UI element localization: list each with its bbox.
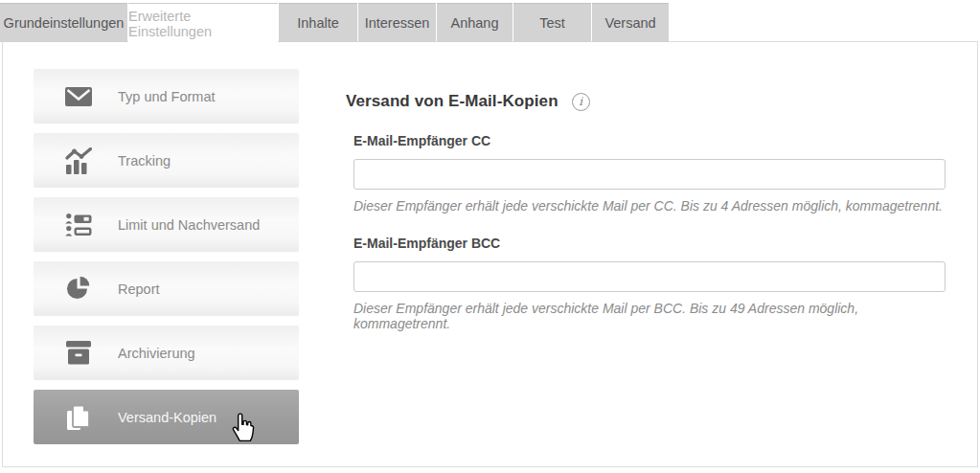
cc-field-label: E-Mail-Empfänger CC [353, 133, 959, 148]
bcc-field-label: E-Mail-Empfänger BCC [353, 236, 959, 251]
settings-panel: Typ und Format Tracking [2, 41, 978, 467]
users-limit-icon [64, 211, 93, 239]
copy-pages-icon [64, 403, 93, 432]
tracking-chart-icon [64, 146, 93, 175]
sidebar-item-report[interactable]: Report [34, 261, 299, 316]
settings-sidebar: Typ und Format Tracking [34, 69, 299, 454]
tab-inhalte[interactable]: Inhalte [279, 3, 357, 42]
cc-help-text: Dieser Empfänger erhält jede verschickte… [353, 198, 959, 214]
sidebar-item-label: Versand-Kopien [118, 410, 217, 425]
bcc-help-text: Dieser Empfänger erhält jede verschickte… [353, 301, 959, 331]
sidebar-item-tracking[interactable]: Tracking [34, 133, 299, 188]
tab-anhang[interactable]: Anhang [437, 3, 513, 42]
info-icon[interactable]: i [572, 93, 590, 111]
archive-box-icon [64, 339, 93, 368]
tab-interessen[interactable]: Interessen [358, 3, 436, 42]
versand-kopien-section: Versand von E-Mail-Kopien i E-Mail-Empfä… [346, 92, 959, 353]
envelope-icon [64, 82, 93, 111]
sidebar-item-versand-kopien[interactable]: Versand-Kopien [34, 390, 299, 444]
sidebar-item-label: Typ und Format [118, 89, 216, 104]
sidebar-item-archivierung[interactable]: Archivierung [34, 326, 299, 380]
section-title: Versand von E-Mail-Kopien [346, 92, 558, 111]
sidebar-item-label: Tracking [118, 153, 171, 169]
sidebar-item-limit-und-nachversand[interactable]: Limit und Nachversand [34, 197, 299, 252]
sidebar-item-label: Report [118, 282, 160, 297]
bcc-recipients-input[interactable] [353, 261, 946, 292]
sidebar-item-label: Limit und Nachversand [118, 217, 260, 233]
section-title-row: Versand von E-Mail-Kopien i [346, 92, 959, 111]
tab-versand[interactable]: Versand [592, 3, 669, 42]
settings-tabbar: Grundeinstellungen Erweiterte Einstellun… [0, 3, 670, 44]
tab-grundeinstellungen[interactable]: Grundeinstellungen [0, 3, 127, 42]
tab-erweiterte-einstellungen[interactable]: Erweiterte Einstellungen [128, 3, 278, 44]
sidebar-item-typ-und-format[interactable]: Typ und Format [34, 69, 299, 124]
sidebar-item-label: Archivierung [118, 346, 195, 361]
tab-test[interactable]: Test [513, 3, 591, 42]
cc-field-group: E-Mail-Empfänger CC Dieser Empfänger erh… [353, 133, 959, 214]
cc-recipients-input[interactable] [353, 159, 946, 190]
pie-chart-icon [64, 275, 93, 304]
bcc-field-group: E-Mail-Empfänger BCC Dieser Empfänger er… [353, 236, 959, 331]
